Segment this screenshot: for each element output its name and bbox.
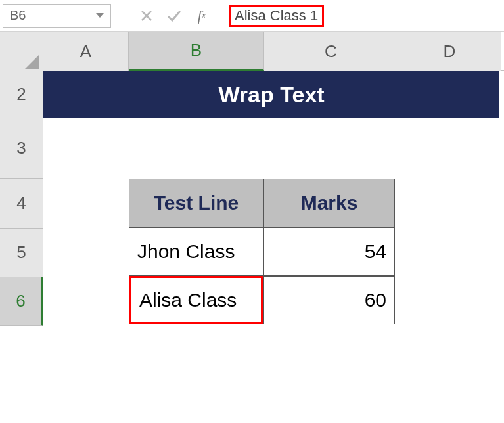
header-marks[interactable]: Marks [263, 179, 395, 227]
title-banner: Wrap Text [43, 71, 499, 118]
grid-body: 23456 Wrap Text Test Line Marks Jhon Cla… [0, 71, 504, 326]
enter-icon[interactable] [167, 9, 181, 23]
divider [131, 6, 131, 26]
row-header-3[interactable]: 3 [0, 118, 43, 179]
data-table: Test Line Marks Jhon Class54Alisa Class6… [129, 179, 395, 324]
banner-title: Wrap Text [218, 82, 324, 108]
row-header-6[interactable]: 6 [0, 277, 43, 326]
cell-name[interactable]: Alisa Class [129, 276, 263, 324]
row-header-4[interactable]: 4 [0, 179, 43, 229]
table-row: Alisa Class60 [129, 276, 395, 324]
column-header-C[interactable]: C [264, 32, 398, 71]
chevron-down-icon[interactable] [96, 13, 104, 18]
formula-content[interactable]: Alisa Class 1 [229, 5, 324, 27]
name-box[interactable]: B6 [3, 4, 111, 28]
row-header-2[interactable]: 2 [0, 71, 43, 118]
cell-marks[interactable]: 60 [263, 276, 395, 324]
column-header-A[interactable]: A [43, 32, 129, 71]
header-testline[interactable]: Test Line [129, 179, 263, 227]
row-headers: 23456 [0, 71, 43, 326]
cancel-icon[interactable] [139, 9, 154, 23]
formula-bar-icons: fx [139, 9, 209, 23]
fx-icon[interactable]: fx [195, 9, 209, 23]
name-box-value: B6 [10, 8, 26, 23]
column-header-B[interactable]: B [129, 32, 264, 71]
select-all-corner[interactable] [0, 32, 43, 71]
row-header-5[interactable]: 5 [0, 229, 43, 277]
column-header-D[interactable]: D [398, 32, 501, 71]
column-headers: ABCD [0, 32, 504, 71]
table-header-row: Test Line Marks [129, 179, 395, 227]
cell-marks[interactable]: 54 [263, 227, 395, 276]
corner-triangle-icon [25, 55, 39, 69]
formula-bar: B6 fx Alisa Class 1 [0, 0, 504, 32]
cell-name[interactable]: Jhon Class [129, 227, 263, 276]
table-row: Jhon Class54 [129, 227, 395, 276]
